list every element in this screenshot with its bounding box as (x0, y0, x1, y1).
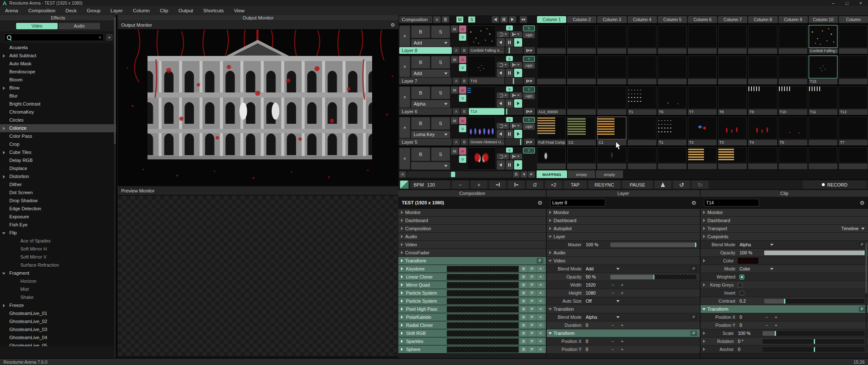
effect-list-item[interactable]: Crop (0, 140, 116, 148)
column-header[interactable]: Column 7 (718, 16, 747, 23)
effect-mix-strip[interactable] (447, 314, 519, 320)
effect-list-item[interactable]: Freeze (0, 301, 116, 309)
effect-list-item[interactable]: Blur (0, 92, 116, 100)
layer-panel-header[interactable]: Layer (547, 190, 700, 197)
effects-search-input[interactable]: × (4, 33, 104, 41)
clip-cell[interactable] (808, 147, 838, 170)
clip-cell[interactable] (718, 147, 748, 170)
effect-remove-button[interactable]: × (537, 347, 544, 352)
autosize-select[interactable]: Off (586, 298, 610, 304)
clip-cell[interactable]: Full Final Comp (537, 116, 567, 146)
section-row[interactable]: Composition (398, 225, 546, 233)
effect-list-item[interactable]: Shake (0, 293, 116, 301)
column-header[interactable]: Column 8 (748, 16, 777, 23)
clip-cell[interactable]: T2 (687, 116, 718, 146)
beat-snap-button[interactable] (510, 92, 522, 98)
clip-cell[interactable] (808, 116, 838, 146)
effect-remove-button[interactable]: × (537, 339, 544, 344)
effect-param-button[interactable]: P (529, 347, 536, 352)
output-monitor-tab[interactable]: Output Monitor (118, 15, 398, 21)
layer-audio-button[interactable]: A (459, 117, 466, 124)
beat-snap-button[interactable] (510, 153, 522, 159)
layer-name-input[interactable] (550, 199, 605, 206)
layer-name[interactable]: Layer 6 (399, 108, 452, 115)
effect-list-item[interactable]: Cube Tiles (0, 148, 116, 156)
effect-list-item[interactable]: GhosteamLive_02 (0, 318, 116, 326)
effect-list-item[interactable]: Mist (0, 285, 116, 293)
prev-column-button[interactable] (520, 171, 527, 178)
composition-effect-row[interactable]: Shift RGB B P × (398, 329, 546, 337)
effect-param-button[interactable]: P (529, 323, 536, 328)
section-row[interactable]: Video (398, 241, 546, 249)
effect-bypass-button[interactable]: B (520, 306, 527, 312)
menu-item[interactable]: Composition (23, 8, 61, 13)
clip-cell[interactable] (778, 147, 808, 170)
decrement-button[interactable]: − (610, 291, 615, 295)
layer-solo-button[interactable]: S (431, 56, 450, 69)
alpha-channel-label[interactable]: Alph (523, 63, 535, 69)
increment-button[interactable]: + (620, 291, 625, 295)
param-value[interactable]: 100 % (586, 242, 610, 247)
clip-cell[interactable] (627, 116, 657, 146)
layer-bypass-button[interactable]: B (411, 148, 430, 161)
effect-list-item[interactable]: Delay RGB (0, 156, 116, 164)
column-header[interactable]: Column 3 (597, 16, 626, 23)
crossfader-a-assign-button[interactable]: A (453, 108, 460, 115)
layer-audio-button[interactable]: A (459, 25, 466, 33)
effect-mix-strip[interactable] (447, 322, 519, 329)
menu-item[interactable]: Shortcuts (198, 8, 229, 13)
param-value[interactable]: 50 % (586, 274, 610, 279)
effect-list-item[interactable]: Horizon (0, 277, 116, 285)
layer-blend-select[interactable]: Add (411, 39, 450, 47)
layer-bypass-button[interactable]: B (411, 86, 430, 99)
active-clip-thumbnail[interactable] (467, 117, 496, 138)
composition-effect-row[interactable]: Keystone B P × (398, 265, 546, 273)
layer-bypass-button[interactable]: B (411, 56, 430, 69)
active-clip-thumbnail[interactable] (467, 56, 496, 77)
pause-button[interactable] (506, 38, 514, 47)
clip-cell[interactable] (537, 25, 567, 54)
layer-clear-button[interactable]: × (399, 86, 410, 108)
layer-clear-button[interactable]: × (399, 148, 410, 170)
effect-bypass-button[interactable]: B (520, 347, 527, 352)
section-row[interactable]: Cuepoints (701, 233, 868, 241)
timeline-toggle-button[interactable]: T (523, 86, 535, 92)
param-link-badge[interactable]: P (690, 315, 697, 320)
composition-panel-header[interactable]: Composition (398, 190, 546, 197)
decrement-button[interactable]: − (764, 323, 769, 328)
effect-param-button[interactable]: P (529, 339, 536, 344)
composition-play-backward-button[interactable] (492, 16, 499, 23)
effect-mix-strip[interactable] (447, 306, 519, 312)
deck-tab[interactable]: empty (596, 170, 623, 178)
effect-bypass-button[interactable]: B (520, 282, 527, 288)
composition-effect-row[interactable]: Particle System B P × (398, 297, 546, 305)
loop-mode-button[interactable] (497, 123, 509, 129)
param-link-badge[interactable]: P (859, 306, 865, 312)
rotation-slider[interactable] (762, 339, 865, 344)
layer-video-button[interactable]: V (459, 33, 466, 41)
timeline-toggle-button[interactable]: T (523, 148, 535, 153)
increment-button[interactable]: + (620, 323, 625, 328)
param-value[interactable]: 0 (738, 347, 762, 352)
section-row[interactable]: Dashboard (547, 217, 700, 225)
composition-effect-row[interactable]: Sphere B P × (398, 345, 546, 354)
increment-button[interactable]: + (620, 347, 625, 352)
section-row[interactable]: CrossFader (398, 249, 546, 257)
composition-bypass-button[interactable]: B (442, 16, 449, 23)
increment-button[interactable]: + (620, 339, 625, 344)
search-input[interactable] (13, 35, 99, 40)
composition-transform-section[interactable]: Transform P (398, 257, 546, 265)
crossfader-a-assign-button[interactable]: A (453, 78, 460, 84)
opacity-slider[interactable] (610, 275, 696, 279)
effect-list-item[interactable]: Surface Refraction (0, 261, 116, 269)
clip-cell[interactable]: T4 (748, 116, 778, 146)
alpha-channel-label[interactable]: Alph (523, 124, 535, 130)
loop-mode-button[interactable] (497, 92, 509, 98)
composition-effect-row[interactable]: Particle System B P × (398, 289, 546, 297)
undo-button[interactable]: ↺ (673, 181, 690, 189)
composition-clear-button[interactable]: × (433, 16, 441, 23)
param-value[interactable]: 0 (586, 339, 610, 344)
clip-cell[interactable] (748, 55, 778, 85)
pause-composition-button[interactable]: PAUSE (622, 181, 653, 189)
effect-list-item[interactable]: GhosteamLive_01 (0, 309, 116, 318)
